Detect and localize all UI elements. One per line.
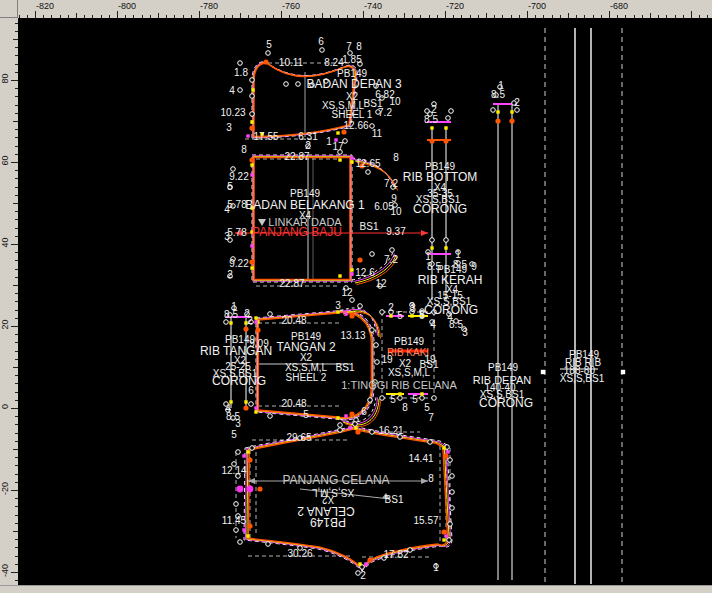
grade-point-yellow[interactable] [510, 110, 513, 113]
pattern-point[interactable] [444, 238, 449, 243]
grade-point-magenta[interactable] [254, 406, 257, 409]
selected-point[interactable] [237, 486, 244, 493]
pattern-point[interactable] [430, 238, 435, 243]
pattern-point[interactable] [266, 51, 271, 56]
pattern-point[interactable] [234, 528, 239, 533]
pattern-point[interactable] [448, 458, 453, 463]
grade-point-yellow[interactable] [250, 163, 253, 166]
pattern-point[interactable] [268, 312, 273, 317]
grade-point-yellow[interactable] [420, 392, 423, 395]
pattern-point[interactable] [491, 108, 496, 113]
grade-point-yellow[interactable] [350, 160, 353, 163]
grade-point-orange[interactable] [249, 157, 254, 162]
grade-point-magenta[interactable] [254, 320, 257, 323]
pattern-point[interactable] [236, 450, 241, 455]
grade-point-orange[interactable] [349, 411, 354, 416]
grade-point-orange[interactable] [355, 429, 360, 434]
grade-point-orange[interactable] [263, 59, 268, 64]
grade-point-yellow[interactable] [251, 88, 254, 91]
pattern-point[interactable] [350, 298, 355, 303]
guide-point[interactable] [541, 370, 545, 374]
grade-point-magenta[interactable] [242, 528, 245, 531]
pattern-point[interactable] [358, 304, 363, 309]
grade-point-orange[interactable] [441, 529, 446, 534]
grade-point-orange[interactable] [247, 457, 252, 462]
pattern-point[interactable] [380, 396, 385, 401]
pattern-point[interactable] [428, 440, 433, 445]
pattern-point[interactable] [449, 109, 454, 114]
grade-point-orange[interactable] [349, 313, 354, 318]
pattern-point[interactable] [380, 310, 385, 315]
grade-point-yellow[interactable] [246, 450, 249, 453]
grade-point-magenta[interactable] [246, 134, 249, 137]
grade-point-yellow[interactable] [336, 416, 339, 419]
pattern-point[interactable] [238, 540, 243, 545]
pattern-point[interactable] [338, 428, 343, 433]
grade-point-orange[interactable] [367, 557, 372, 562]
pattern-point[interactable] [366, 170, 371, 175]
grade-point-magenta[interactable] [446, 450, 449, 453]
grade-point-orange[interactable] [247, 523, 252, 528]
pattern-point[interactable] [296, 82, 301, 87]
pattern-point[interactable] [370, 252, 375, 257]
grade-point-yellow[interactable] [254, 410, 257, 413]
grade-point-yellow[interactable] [336, 310, 339, 313]
grade-point-yellow[interactable] [389, 314, 392, 317]
pattern-point[interactable] [420, 396, 425, 401]
grade-point-magenta[interactable] [344, 312, 347, 315]
grade-point-yellow[interactable] [444, 126, 447, 129]
pattern-point[interactable] [368, 398, 373, 403]
pattern-point[interactable] [266, 542, 271, 547]
grade-point-yellow[interactable] [350, 268, 353, 271]
selected-point[interactable] [247, 486, 254, 493]
grade-point-yellow[interactable] [410, 314, 413, 317]
pattern-point[interactable] [268, 414, 273, 419]
pattern-point[interactable] [432, 396, 437, 401]
pattern-point[interactable] [390, 248, 395, 253]
pattern-point[interactable] [450, 474, 455, 479]
pattern-point[interactable] [450, 506, 455, 511]
grade-point-yellow[interactable] [444, 246, 447, 249]
grade-point-orange[interactable] [509, 118, 514, 123]
pattern-point[interactable] [425, 109, 430, 114]
pattern-point[interactable] [338, 423, 343, 428]
grade-point-orange[interactable] [243, 326, 248, 331]
guide-point[interactable] [621, 370, 625, 374]
grade-point-magenta[interactable] [350, 156, 353, 159]
drawing-canvas[interactable]: 567810.118.241.85PB1491.8410.23317.556.3… [18, 18, 712, 585]
grade-point-yellow[interactable] [496, 110, 499, 113]
grade-point-yellow[interactable] [246, 534, 249, 537]
grade-point-yellow[interactable] [250, 266, 253, 269]
pattern-point[interactable] [224, 320, 229, 325]
grade-point-yellow[interactable] [430, 246, 433, 249]
grade-point-orange[interactable] [357, 257, 362, 262]
pattern-point[interactable] [450, 490, 455, 495]
grade-point-magenta[interactable] [250, 173, 253, 176]
grade-point-magenta[interactable] [364, 562, 367, 565]
pattern-point[interactable] [250, 78, 255, 83]
grade-point-orange[interactable] [255, 327, 260, 332]
grade-point-orange[interactable] [443, 453, 448, 458]
pattern-point[interactable] [447, 538, 452, 543]
grade-point-yellow[interactable] [354, 426, 357, 429]
grade-point-orange[interactable] [429, 138, 434, 143]
grade-point-yellow[interactable] [442, 446, 445, 449]
grade-point-yellow[interactable] [254, 316, 257, 319]
grade-point-magenta[interactable] [350, 272, 353, 275]
pattern-point[interactable] [234, 502, 239, 507]
grade-point-yellow[interactable] [250, 120, 253, 123]
grade-point-orange[interactable] [495, 118, 500, 123]
grade-point-magenta[interactable] [348, 426, 351, 429]
grade-point-yellow[interactable] [430, 126, 433, 129]
grade-point-yellow[interactable] [338, 274, 341, 277]
pattern-point[interactable] [238, 61, 243, 66]
pattern-point[interactable] [250, 446, 255, 451]
grade-point-magenta[interactable] [344, 414, 347, 417]
pattern-point[interactable] [238, 88, 243, 93]
pattern-point[interactable] [370, 328, 375, 333]
grade-point-orange[interactable] [243, 405, 248, 410]
grade-point-yellow[interactable] [338, 158, 341, 161]
pattern-point[interactable] [284, 82, 289, 87]
grade-point-yellow[interactable] [442, 538, 445, 541]
pattern-point[interactable] [446, 116, 451, 121]
